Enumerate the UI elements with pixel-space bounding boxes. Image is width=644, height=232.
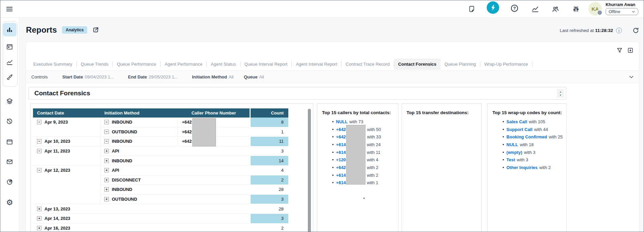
filter-initiation-method[interactable]: Initiation MethodAll (192, 74, 233, 79)
external-link-icon[interactable] (92, 27, 99, 33)
wrapup-link[interactable]: Support Call (507, 127, 533, 132)
controls-collapse-chevron[interactable] (629, 74, 634, 80)
wrapup-list-item: •Sales Callwith 105 (488, 118, 566, 126)
agents-icon[interactable] (551, 5, 559, 13)
forensics-table-panel: Contact Date Initiation Method Caller Ph… (30, 103, 313, 232)
sidebar-item-design[interactable] (3, 70, 17, 84)
tab-queue-performance[interactable]: Queue Performance (113, 59, 160, 70)
tab-queue-interval-report[interactable]: Queue Interval Report (240, 59, 292, 70)
expand-toggle[interactable]: + (37, 207, 41, 211)
sidebar-item-layers[interactable] (3, 94, 17, 108)
contact-date: Apr 11, 2023 (44, 148, 70, 154)
top-callers-heading: Top 15 callers by total contacts: (322, 110, 391, 115)
filter-value: All (229, 74, 233, 79)
sidebar-item-reports[interactable] (3, 23, 17, 36)
tab-executive-summary[interactable]: Executive Summary (29, 59, 76, 70)
collapse-toggle[interactable]: − (37, 139, 41, 143)
caller-count-text: with 24 (367, 142, 381, 147)
analytics-badge: Analytics (62, 26, 87, 34)
sidebar-item-mail[interactable] (3, 155, 17, 168)
avatar[interactable]: KA (588, 2, 602, 15)
tab-agent-status[interactable]: Agent Status (207, 59, 240, 70)
collapse-toggle[interactable]: − (104, 120, 109, 124)
refresh-icon[interactable] (632, 27, 639, 34)
caller-count-text: with 11 (367, 150, 380, 155)
help-icon[interactable]: ? (511, 5, 518, 12)
table-row: +Apr 16, 2023 2 (33, 224, 288, 232)
expand-toggle[interactable]: + (104, 149, 109, 153)
wrapup-count-text: with 105 (529, 119, 545, 124)
tab-wrap-up-performance[interactable]: Wrap-Up Performance (480, 59, 532, 70)
tab-queue-trends[interactable]: Queue Trends (77, 59, 112, 70)
sliders-icon[interactable] (572, 5, 580, 13)
metrics-icon[interactable] (531, 5, 539, 13)
sidebar-item-pie[interactable] (3, 175, 17, 189)
sidebar-item-schedule[interactable] (3, 40, 17, 53)
caller-count-text: with 2 (367, 165, 378, 170)
page-title: Reports (26, 25, 57, 35)
top-callers-panel: Top 15 callers by total contacts: •NULLw… (317, 103, 398, 232)
count-cell: 1 (251, 127, 288, 137)
filter-start-date[interactable]: Start Date09/04/2023 1... (62, 74, 114, 79)
section-header: Contact Forensics ▲ ▼ (29, 87, 566, 100)
expand-toggle[interactable]: + (104, 168, 109, 172)
flash-icon[interactable] (487, 1, 499, 14)
collapse-toggle[interactable]: − (104, 139, 109, 143)
collapse-toggle[interactable]: − (37, 120, 41, 124)
wrapup-link[interactable]: Sales Call (507, 119, 527, 124)
collapse-toggle[interactable]: − (37, 168, 41, 172)
expand-toggle[interactable]: + (104, 197, 109, 201)
info-icon[interactable]: i (616, 28, 622, 33)
spinner-up-icon[interactable]: ▲ (559, 91, 562, 93)
tab-agent-interval-report[interactable]: Agent Interval Report (292, 59, 341, 70)
expand-toggle[interactable]: + (104, 187, 109, 192)
sidebar-item-history[interactable] (3, 115, 17, 128)
top-wrapups-heading: Top 15 wrap-up codes by count: (492, 110, 562, 115)
note-icon[interactable] (468, 5, 476, 13)
report-card: Executive Summary Queue Trends Queue Per… (26, 41, 639, 232)
caller-link[interactable]: NULL (336, 119, 348, 124)
table-row: +Apr 14, 2023 3 (33, 214, 288, 224)
filter-value: 29/05/2023 1... (149, 74, 178, 79)
tab-contact-forensics[interactable]: Contact Forensics (394, 59, 440, 70)
tab-contract-trace-record[interactable]: Contract Trace Record (342, 59, 394, 70)
filter-end-date[interactable]: End Date29/05/2023 1... (128, 74, 178, 79)
table-vertical-scrollbar[interactable] (308, 109, 311, 232)
wrapup-link[interactable]: (empty) (507, 150, 522, 155)
tab-agent-performance[interactable]: Agent Performance (161, 59, 206, 70)
contact-date: Apr 10, 2023 (44, 139, 70, 144)
wrapup-link[interactable]: Other Inquiries (507, 165, 538, 170)
table-row: −Apr 9, 2023 −INBOUND +642 8 (33, 118, 288, 127)
wrapup-link[interactable]: Booking Confirmed (507, 134, 547, 139)
last-refreshed-time: 11:28:32 (595, 28, 613, 33)
section-spinner: ▲ ▼ (557, 89, 564, 98)
sidebar-item-trends[interactable] (3, 55, 17, 69)
download-icon[interactable] (627, 47, 634, 54)
contact-date: Apr 9, 2023 (44, 120, 68, 125)
column-header-contact-date: Contact Date (33, 108, 100, 118)
sidebar-item-settings[interactable]: ⚙ (3, 196, 17, 209)
filter-icon[interactable] (616, 47, 623, 54)
wrapup-link[interactable]: NULL (507, 142, 518, 147)
wrapup-link[interactable]: Test (507, 157, 515, 162)
tab-queue-planning[interactable]: Queue Planning (441, 59, 480, 70)
collapse-toggle[interactable]: − (37, 149, 41, 153)
sidebar-item-window[interactable] (3, 135, 17, 148)
expand-toggle[interactable]: + (37, 226, 41, 230)
card-tools (616, 47, 634, 54)
status-select[interactable]: Offline (606, 8, 638, 15)
section-title: Contact Forensics (34, 90, 90, 97)
line-chart-icon (6, 59, 13, 66)
top-transfers-panel: Top 15 transfer destinations: (401, 103, 482, 232)
table-header-row: Contact Date Initiation Method Caller Ph… (33, 108, 288, 118)
expand-toggle[interactable]: + (104, 159, 109, 163)
controls-bar: Controls Start Date09/04/2023 1... End D… (26, 70, 639, 83)
expand-toggle[interactable]: + (37, 216, 41, 221)
filter-queue[interactable]: QueueAll (244, 74, 264, 79)
collapse-toggle[interactable]: − (104, 130, 109, 134)
spinner-down-icon[interactable]: ▼ (559, 94, 562, 96)
expand-toggle[interactable]: + (104, 178, 109, 182)
contact-date: Apr 13, 2023 (44, 206, 70, 211)
hamburger-menu-icon[interactable] (5, 5, 14, 13)
column-header-caller-phone: Caller Phone Number (178, 108, 250, 118)
